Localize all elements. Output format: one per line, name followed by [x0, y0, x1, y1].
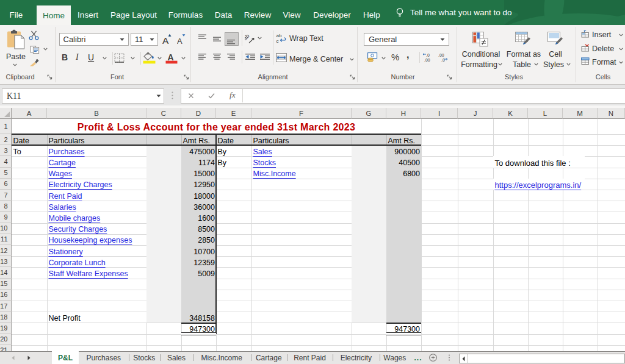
accounting-format-button[interactable] — [367, 52, 379, 62]
header-particulars-left[interactable]: Particulars — [47, 134, 146, 145]
formula-input-area[interactable] — [181, 88, 625, 104]
row-header-21[interactable]: 21 — [0, 345, 12, 351]
orientation-button[interactable]: ab — [245, 33, 255, 44]
column-header-F[interactable]: F — [251, 108, 352, 119]
row-header-3[interactable]: 3 — [0, 145, 12, 156]
select-all-corner[interactable] — [0, 108, 12, 119]
sheet-nav-right-arrow[interactable] — [26, 355, 32, 361]
name-box-caret-icon[interactable] — [156, 95, 161, 98]
row-header-15[interactable]: 15 — [0, 279, 12, 290]
cell-amount-D11[interactable]: 2850 — [181, 234, 216, 245]
font-color-button[interactable]: A — [165, 52, 178, 64]
menu-tab-page-layout[interactable]: Page Layout — [110, 4, 157, 25]
cell-net-profit-label[interactable]: Net Profit — [47, 312, 146, 323]
underline-caret-icon[interactable] — [103, 57, 107, 60]
increase-decimal-button[interactable]: .0.00 — [422, 52, 433, 62]
column-header-M[interactable]: M — [563, 108, 598, 119]
hyperlink-text[interactable]: Staff Welfare Expenses — [49, 270, 128, 279]
orientation-caret-icon[interactable] — [258, 37, 262, 40]
hyperlink-text[interactable]: Mobile charges — [49, 215, 101, 223]
copy-caret-icon[interactable] — [43, 48, 48, 51]
menu-tab-developer[interactable]: Developer — [313, 4, 351, 25]
hyperlink-text[interactable]: Wages — [49, 170, 72, 179]
row-header-17[interactable]: 17 — [0, 301, 12, 312]
menu-tab-home[interactable]: Home — [37, 5, 71, 25]
header-date-right[interactable]: Date — [216, 134, 251, 145]
sheet-tab-electricity[interactable]: Electricity — [333, 352, 380, 364]
conditional-formatting-button[interactable]: Conditional — [460, 50, 502, 59]
cell-date-E4[interactable]: By — [216, 156, 251, 167]
row-header-7[interactable]: 7 — [0, 190, 12, 201]
enter-icon[interactable] — [208, 92, 215, 99]
row-header-8[interactable]: 8 — [0, 201, 12, 212]
hyperlink-text[interactable]: Purchases — [49, 148, 85, 157]
decrease-indent-button[interactable] — [245, 54, 255, 61]
font-color-caret-icon[interactable] — [181, 57, 186, 60]
cell-item-F3[interactable]: Sales — [251, 145, 352, 156]
decrease-font-button[interactable]: A — [177, 33, 187, 46]
alignment-dialog-launcher[interactable] — [350, 74, 356, 80]
cell-item-B5[interactable]: Wages — [47, 168, 146, 179]
header-particulars-right[interactable]: Particulars — [251, 134, 352, 145]
insert-caret-icon[interactable] — [619, 34, 623, 37]
sheet-tab-p-l[interactable]: P&L — [52, 351, 79, 364]
sheet-nav-left-arrow[interactable] — [10, 355, 16, 361]
cell-item-B4[interactable]: Cartage — [47, 156, 146, 167]
header-amt-right[interactable]: Amt Rs. — [386, 134, 421, 145]
cut-button[interactable] — [29, 30, 39, 40]
cell-total-right[interactable]: 947300 — [386, 323, 421, 334]
row-header-6[interactable]: 6 — [0, 179, 12, 190]
column-header-C[interactable]: C — [146, 108, 181, 119]
cell-date-A3[interactable]: To — [12, 145, 47, 156]
cell-item-F4[interactable]: Stocks — [251, 156, 352, 167]
cell-styles-label2[interactable]: Styles — [538, 60, 569, 69]
bottom-align-button[interactable] — [227, 32, 235, 46]
sheet-tabs-more[interactable]: ... — [413, 351, 424, 364]
cell-amount-D12[interactable]: 10700 — [181, 245, 216, 256]
row-header-12[interactable]: 12 — [0, 245, 12, 256]
cell-download-link[interactable]: https://excelprograms.in/ — [493, 179, 585, 190]
cell-amount-H3[interactable]: 900000 — [386, 145, 421, 156]
menu-tab-view[interactable]: View — [283, 4, 300, 25]
cell-item-B3[interactable]: Purchases — [47, 145, 146, 156]
align-right-button[interactable] — [227, 54, 235, 61]
column-header-H[interactable]: H — [386, 108, 421, 119]
hyperlink-text[interactable]: Corporate Lunch — [49, 259, 106, 268]
cell-item-B11[interactable]: Housekeeping expenses — [47, 234, 146, 245]
conditional-formatting-caret-icon[interactable] — [498, 63, 502, 66]
hyperlink-text[interactable]: Salaries — [49, 204, 76, 212]
sheet-tab-wages[interactable]: Wages — [380, 352, 410, 364]
cell-item-F5[interactable]: Misc.Income — [251, 168, 352, 179]
percent-button[interactable]: % — [391, 52, 399, 62]
number-format-combo[interactable]: General — [364, 33, 449, 46]
row-header-9[interactable]: 9 — [0, 212, 12, 223]
name-box[interactable]: K11 — [2, 88, 164, 104]
header-date-left[interactable]: Date — [12, 134, 47, 145]
sheet-tab-purchases[interactable]: Purchases — [79, 352, 129, 364]
row-header-19[interactable]: 19 — [0, 323, 12, 334]
cell-amount-D9[interactable]: 1600 — [181, 212, 216, 223]
column-header-E[interactable]: E — [216, 108, 251, 119]
formula-bar-handle[interactable] — [172, 91, 173, 99]
cell-item-B6[interactable]: Electricity Charges — [47, 179, 146, 190]
borders-button[interactable] — [114, 53, 125, 63]
cell-amount-D5[interactable]: 15000 — [181, 168, 216, 179]
decrease-decimal-button[interactable]: .00.0 — [438, 52, 448, 62]
header-amt-left[interactable]: Amt Rs. — [181, 134, 216, 145]
row-header-10[interactable]: 10 — [0, 223, 12, 234]
hyperlink-text[interactable]: Sales — [253, 148, 272, 157]
column-header-B[interactable]: B — [47, 108, 146, 119]
cell-item-B7[interactable]: Rent Paid — [47, 190, 146, 201]
hyperlink-text[interactable]: Housekeeping expenses — [49, 237, 132, 245]
cell-item-B12[interactable]: Stationery — [47, 245, 146, 256]
column-header-A[interactable]: A — [12, 108, 47, 119]
menu-tab-formulas[interactable]: Formulas — [168, 4, 203, 25]
menu-tab-data[interactable]: Data — [215, 4, 233, 25]
merge-center-button[interactable]: Merge & Center — [289, 55, 343, 63]
row-header-16[interactable]: 16 — [0, 290, 12, 301]
paste-label[interactable]: Paste — [6, 52, 24, 61]
tell-me-box[interactable]: Tell me what you want to do — [410, 0, 512, 25]
row-header-2[interactable]: 2 — [0, 134, 12, 145]
hyperlink-text[interactable]: Stationery — [49, 248, 83, 257]
accounting-caret-icon[interactable] — [381, 57, 386, 60]
